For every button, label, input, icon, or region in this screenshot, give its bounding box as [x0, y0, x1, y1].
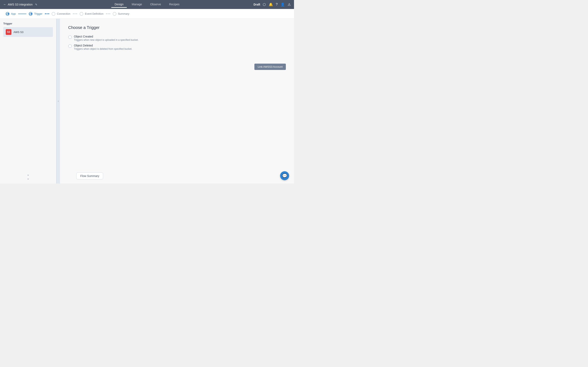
back-arrow-icon: ←	[3, 3, 7, 6]
step-app[interactable]: ● App	[5, 12, 17, 16]
nav-link-observe[interactable]: Observe	[147, 1, 164, 8]
content-area: Choose a Trigger Object Created Triggers…	[60, 19, 294, 184]
step-summary[interactable]: Summary	[112, 12, 130, 16]
main-layout: Trigger S3 AWS S3 ⌄⌄ ‹ Choose a Trigger …	[0, 19, 294, 184]
trigger-option-deleted-content: Object Deleted Triggers when object is d…	[74, 44, 132, 50]
aws-s3-icon: S3	[6, 29, 11, 35]
trigger-option-deleted[interactable]: Object Deleted Triggers when object is d…	[68, 44, 286, 50]
page-title: Choose a Trigger	[68, 25, 286, 30]
trigger-option-created[interactable]: Object Created Triggers when new object …	[68, 35, 286, 42]
step-circle-app: ●	[6, 12, 9, 16]
step-event-definition[interactable]: Event Definition	[79, 12, 104, 16]
nav-link-design[interactable]: Design	[111, 1, 127, 8]
nav-link-recipes[interactable]: Recipes	[166, 1, 183, 8]
step-trigger[interactable]: ● Trigger	[28, 12, 43, 16]
trigger-desc-deleted: Triggers when object is deleted from spe…	[74, 48, 132, 50]
step-connection[interactable]: Connection	[51, 12, 71, 16]
edit-icon[interactable]: ✎	[35, 3, 37, 6]
connector-app-trigger	[18, 14, 26, 14]
connector-trigger-connection	[45, 13, 49, 14]
link-awss3-button[interactable]: Link AWSS3 Account	[254, 64, 286, 70]
step-label-event: Event Definition	[85, 12, 104, 15]
chat-icon: 💬	[282, 173, 287, 178]
app-title: AWS S3 integration	[8, 3, 33, 6]
chat-bubble-button[interactable]: 💬	[280, 171, 289, 180]
step-label-summary: Summary	[118, 12, 130, 15]
step-label-connection: Connection	[57, 12, 70, 15]
step-label-trigger: Trigger	[34, 12, 43, 15]
sidebar-title: Trigger	[3, 22, 53, 25]
trigger-desc-created: Triggers when new object is uploaded in …	[74, 39, 138, 42]
user-icon[interactable]: 👤	[281, 2, 285, 7]
step-label-app: App	[11, 12, 16, 15]
collapse-icon: ‹	[58, 100, 59, 103]
back-button[interactable]: ← AWS S3 integration ✎	[3, 3, 37, 6]
bell-icon[interactable]: 🔔	[269, 2, 273, 7]
help-icon[interactable]: ?	[276, 2, 278, 7]
sidebar: Trigger S3 AWS S3 ⌄⌄	[0, 19, 56, 184]
top-nav: ← AWS S3 integration ✎ Design Manage Obs…	[0, 0, 294, 9]
sidebar-item-aws-s3[interactable]: S3 AWS S3	[3, 27, 53, 37]
trigger-label-created: Object Created	[74, 35, 138, 38]
step-circle-trigger: ●	[29, 12, 33, 16]
draft-badge: Draft	[254, 3, 260, 6]
step-circle-summary	[113, 12, 116, 16]
connector-event-summary	[106, 13, 110, 14]
radio-object-created[interactable]	[68, 35, 72, 39]
warning-icon[interactable]: ⚠	[288, 2, 291, 7]
trigger-option-created-content: Object Created Triggers when new object …	[74, 35, 138, 42]
radio-object-deleted[interactable]	[68, 44, 72, 48]
nav-links: Design Manage Observe Recipes	[111, 1, 183, 8]
nav-link-manage[interactable]: Manage	[129, 1, 145, 8]
collapse-handle[interactable]: ‹	[56, 19, 60, 184]
flow-summary-button[interactable]: Flow Summary	[76, 173, 103, 179]
external-link-icon[interactable]: ⬡	[263, 2, 266, 7]
trigger-label-deleted: Object Deleted	[74, 44, 132, 47]
step-circle-event	[80, 12, 83, 16]
sidebar-item-label: AWS S3	[13, 31, 24, 34]
nav-icons: ⬡ 🔔 ? 👤 ⚠	[263, 2, 291, 7]
connector-connection-event	[73, 13, 77, 14]
double-chevron-icon[interactable]: ⌄⌄	[27, 173, 29, 180]
step-bar: ● App ● Trigger Connection Event Definit…	[0, 9, 294, 19]
step-circle-connection	[52, 12, 55, 16]
